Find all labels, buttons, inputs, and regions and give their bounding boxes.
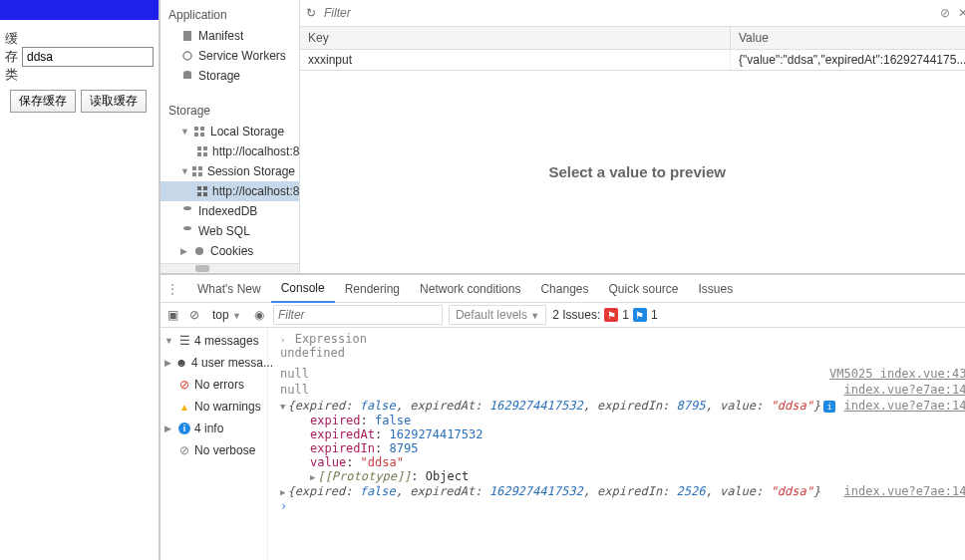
page-header-bar bbox=[0, 0, 159, 20]
console-sidebar: ▼☰4 messages ▶☻4 user messa... No errors… bbox=[161, 328, 268, 560]
chevron-right-icon[interactable]: ▶ bbox=[310, 472, 315, 482]
gear-icon bbox=[180, 50, 194, 62]
info-badge: ⚑ bbox=[633, 308, 647, 322]
storage-item[interactable]: Storage bbox=[161, 66, 299, 86]
svg-rect-10 bbox=[197, 152, 201, 156]
column-value-header[interactable]: Value bbox=[731, 27, 965, 49]
messages-icon: ☰ bbox=[178, 335, 190, 347]
svg-rect-5 bbox=[200, 127, 204, 131]
clear-console-icon[interactable]: ⊘ bbox=[186, 308, 202, 322]
delete-icon[interactable]: ✕ bbox=[958, 6, 965, 20]
sidebar-no-verbose[interactable]: No verbose bbox=[161, 439, 267, 461]
chevron-down-icon[interactable]: ▼ bbox=[280, 402, 285, 412]
cookie-icon bbox=[192, 245, 206, 257]
context-selector[interactable]: top ▼ bbox=[208, 308, 245, 322]
local-storage-origin-label: http://localhost:808 bbox=[212, 144, 300, 158]
console-filter-input[interactable] bbox=[273, 305, 443, 325]
indexeddb-label: IndexedDB bbox=[198, 204, 257, 218]
cell-key: xxxinput bbox=[300, 50, 731, 70]
svg-rect-11 bbox=[203, 152, 207, 156]
svg-rect-3 bbox=[183, 73, 191, 79]
cache-input[interactable] bbox=[22, 47, 154, 67]
sidebar-info[interactable]: ▶i4 info bbox=[161, 418, 267, 439]
chevron-right-icon[interactable]: › bbox=[280, 335, 285, 345]
tab-network-conditions[interactable]: Network conditions bbox=[410, 276, 530, 302]
websql-label: Web SQL bbox=[198, 224, 250, 238]
sidebar-no-warnings[interactable]: No warnings bbox=[161, 396, 267, 418]
svg-rect-15 bbox=[198, 172, 202, 176]
source-link[interactable]: index.vue?e7ae:14 bbox=[844, 399, 965, 413]
log-object-expanded[interactable]: ▼{expired: false, expiredAt: 16292744175… bbox=[270, 398, 965, 414]
console-toolbar: ▣ ⊘ top ▼ ◉ Default levels ▼ 2 Issues: ⚑… bbox=[161, 303, 965, 328]
tab-console[interactable]: Console bbox=[271, 275, 335, 303]
log-line-null1[interactable]: null VM5025 index.vue:43 bbox=[270, 366, 965, 382]
eye-icon[interactable]: ◉ bbox=[251, 308, 267, 322]
svg-rect-19 bbox=[203, 192, 207, 196]
storage-detail-pane: ↻ ⊘ ✕ Key Value xxxinput {"value":"ddsa"… bbox=[300, 0, 965, 273]
log-object-collapsed[interactable]: ▶{expired: false, expiredAt: 16292744175… bbox=[270, 483, 965, 499]
application-sidebar: Application Manifest Service Workers Sto… bbox=[161, 0, 300, 273]
sidebar-toggle-icon[interactable]: ▣ bbox=[164, 308, 180, 322]
svg-rect-0 bbox=[183, 31, 191, 41]
source-link[interactable]: index.vue?e7ae:14 bbox=[844, 484, 965, 498]
devtools-panel: Application Manifest Service Workers Sto… bbox=[160, 0, 965, 560]
session-storage-origin-label: http://localhost:808 bbox=[212, 184, 300, 198]
user-icon: ☻ bbox=[175, 357, 187, 369]
local-storage-origin[interactable]: http://localhost:808 bbox=[161, 141, 299, 161]
tab-rendering[interactable]: Rendering bbox=[335, 276, 410, 302]
undefined-line: undefined bbox=[270, 346, 965, 360]
chevron-right-icon: ▶ bbox=[164, 358, 171, 368]
sidebar-user-messages[interactable]: ▶☻4 user messa... bbox=[161, 352, 267, 374]
tab-changes[interactable]: Changes bbox=[530, 276, 598, 302]
application-category-header: Application bbox=[161, 4, 299, 26]
drawer-tabs: ⋮ What's New Console Rendering Network c… bbox=[161, 275, 965, 303]
session-storage-item[interactable]: ▼Session Storage bbox=[161, 161, 299, 181]
sidebar-messages[interactable]: ▼☰4 messages bbox=[161, 330, 267, 352]
info-icon: i bbox=[178, 422, 190, 434]
indexeddb-item[interactable]: IndexedDB bbox=[161, 201, 299, 221]
console-prompt[interactable]: › bbox=[270, 499, 965, 513]
grid-icon bbox=[192, 126, 206, 138]
horizontal-scrollbar[interactable] bbox=[161, 263, 299, 273]
more-icon[interactable]: ⋮ bbox=[166, 282, 179, 296]
chevron-down-icon: ▼ bbox=[180, 127, 190, 137]
websql-item[interactable]: Web SQL bbox=[161, 221, 299, 241]
cache-label: 缓存类 bbox=[5, 30, 18, 84]
issues-indicator[interactable]: 2 Issues: ⚑1 ⚑1 bbox=[552, 308, 657, 322]
chevron-right-icon: ▶ bbox=[180, 246, 190, 256]
tab-whats-new[interactable]: What's New bbox=[187, 276, 271, 302]
chevron-right-icon[interactable]: ▶ bbox=[280, 487, 285, 497]
grid-icon bbox=[191, 165, 203, 177]
local-storage-item[interactable]: ▼Local Storage bbox=[161, 122, 299, 141]
table-row[interactable]: xxxinput {"value":"ddsa","expiredAt":162… bbox=[300, 50, 965, 70]
error-icon bbox=[178, 379, 190, 391]
read-cache-button[interactable]: 读取缓存 bbox=[81, 90, 147, 113]
service-workers-item[interactable]: Service Workers bbox=[161, 46, 299, 66]
tab-issues[interactable]: Issues bbox=[689, 276, 744, 302]
cookies-item[interactable]: ▶Cookies bbox=[161, 241, 299, 261]
session-storage-origin[interactable]: http://localhost:808 bbox=[161, 181, 299, 201]
log-levels-dropdown[interactable]: Default levels ▼ bbox=[449, 305, 546, 325]
source-link[interactable]: index.vue?e7ae:14 bbox=[844, 383, 965, 397]
storage-filter-input[interactable] bbox=[322, 4, 934, 22]
refresh-icon[interactable]: ↻ bbox=[306, 6, 316, 20]
storage-icon bbox=[180, 70, 194, 82]
svg-rect-9 bbox=[203, 146, 207, 150]
local-storage-label: Local Storage bbox=[210, 125, 284, 139]
log-line-null2[interactable]: null index.vue?e7ae:14 bbox=[270, 382, 965, 398]
grid-icon bbox=[196, 185, 208, 197]
grid-icon bbox=[196, 145, 208, 157]
source-link[interactable]: VM5025 index.vue:43 bbox=[829, 367, 965, 381]
column-key-header[interactable]: Key bbox=[300, 27, 731, 49]
database-icon bbox=[180, 205, 194, 217]
console-output: › Expression undefined null VM5025 index… bbox=[268, 328, 965, 560]
svg-rect-17 bbox=[203, 186, 207, 190]
verbose-icon bbox=[178, 444, 190, 456]
manifest-item[interactable]: Manifest bbox=[161, 26, 299, 46]
webpage-area: 缓存类 保存缓存 读取缓存 bbox=[0, 0, 160, 560]
info-count: 1 bbox=[651, 308, 658, 322]
clear-icon[interactable]: ⊘ bbox=[940, 6, 950, 20]
sidebar-no-errors[interactable]: No errors bbox=[161, 374, 267, 396]
save-cache-button[interactable]: 保存缓存 bbox=[10, 90, 76, 113]
tab-quick-source[interactable]: Quick source bbox=[598, 276, 688, 302]
